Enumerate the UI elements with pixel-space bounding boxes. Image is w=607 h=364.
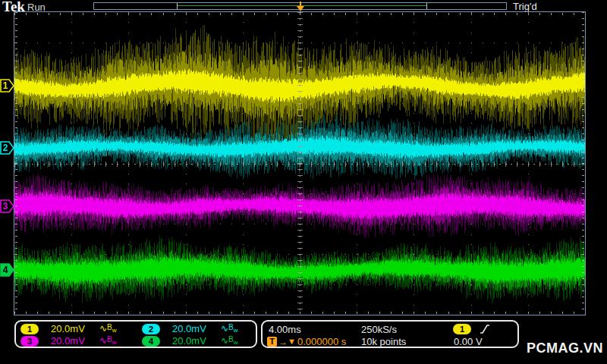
channel-3-marker[interactable]: 3 — [0, 199, 15, 214]
trigger-arrow-icon: → — [278, 337, 288, 347]
trigger-source-chip: 1 — [453, 324, 471, 334]
svg-text:1: 1 — [3, 80, 8, 91]
channel-4-marker[interactable]: 4 — [0, 262, 15, 278]
ch1-coupling-bw-icon: ∿Bw — [99, 323, 117, 334]
trigger-level: 0.00 V — [454, 336, 483, 347]
sample-rate: 250kS/s — [361, 324, 397, 335]
watermark: PCMAG.VN — [527, 340, 603, 356]
svg-text:2: 2 — [3, 143, 8, 153]
channel-1-marker[interactable]: 1 — [0, 78, 15, 93]
channel-readout-box: 1 20.0mV ∿Bw 2 20.0mV ∿Bw 3 20.0mV ∿Bw 4… — [14, 320, 257, 348]
ch4-scale: 20.0mV — [172, 335, 206, 347]
ch4-coupling-bw-icon: ∿Bw — [221, 335, 238, 346]
svg-text:3: 3 — [3, 201, 8, 212]
rising-edge-slope-icon — [480, 324, 490, 334]
time-per-div: 4.00ms — [269, 324, 301, 335]
ch2-coupling-bw-icon: ∿Bw — [221, 323, 238, 334]
svg-text:4: 4 — [3, 265, 8, 275]
ch3-scale: 20.0mV — [51, 335, 85, 347]
trigger-position-arrow-icon — [297, 6, 304, 11]
acquisition-status: Run — [27, 2, 46, 13]
ch1-chip[interactable]: 1 — [20, 324, 39, 334]
ch2-scale: 20.0mV — [172, 323, 206, 334]
ch4-chip[interactable]: 4 — [142, 336, 160, 347]
ch3-chip[interactable]: 3 — [20, 336, 39, 347]
record-window-bracket-right — [426, 3, 427, 9]
ch1-scale: 20.0mV — [51, 323, 85, 334]
trigger-status: Trig'd — [513, 1, 537, 12]
trigger-t-icon: T — [267, 337, 277, 347]
waveform-display — [14, 12, 585, 315]
ch2-chip[interactable]: 2 — [142, 324, 160, 334]
waveform-canvas — [14, 12, 585, 315]
horizontal-trigger-readout-box: 4.00ms 250kS/s 1 T → ▼ 0.000000 s 10k po… — [261, 320, 519, 348]
trigger-marker-icon: ▼ — [288, 337, 296, 346]
record-length: 10k points — [361, 336, 406, 347]
trigger-time: 0.000000 s — [297, 336, 346, 347]
record-window-bracket-left — [177, 3, 178, 9]
channel-2-marker[interactable]: 2 — [0, 140, 15, 155]
ch3-coupling-bw-icon: ∿Bw — [99, 335, 117, 346]
